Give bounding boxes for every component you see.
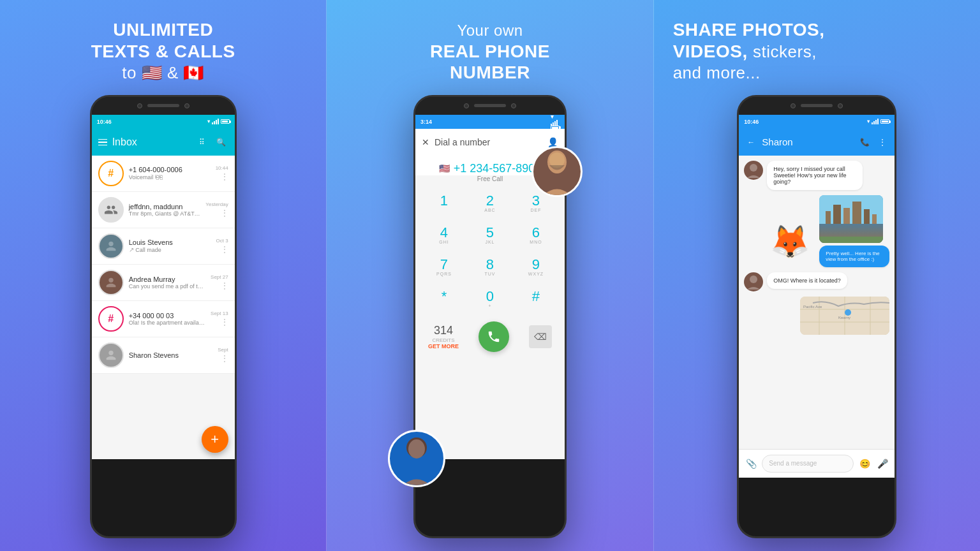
inbox-item-spanish[interactable]: # +34 000 00 03 Ola! Is the apartment av… <box>92 301 235 337</box>
key-0[interactable]: 0+ <box>468 284 512 315</box>
more-icon-3[interactable]: ⋮ <box>221 245 228 254</box>
key-5[interactable]: 5JKL <box>468 221 512 251</box>
camera-icon <box>137 103 142 108</box>
panel-2: Your own REAL PHONE NUMBER 3:14 ▾ <box>326 0 653 551</box>
photo-message-col: Pretty well... Here is the view from the… <box>819 195 889 267</box>
msg-bubble-sent-1: Pretty well... Here is the view from the… <box>819 246 889 267</box>
battery-icon-2 <box>551 126 560 130</box>
dialer-time: 3:14 <box>420 119 432 125</box>
grid-icon[interactable]: ⠿ <box>195 135 209 149</box>
svg-rect-13 <box>864 209 870 224</box>
phone-1: 10:46 ▾ Inbox ⠿ 🔍 <box>87 95 240 538</box>
avatar-louis <box>98 233 124 259</box>
msg-avatar-1 <box>744 161 763 180</box>
inbox-list: # +1 604-000-0006 Voicemail ⎗⎗ 10:44 ⋮ <box>92 156 235 374</box>
inbox-content-sharon: Sharon Stevens <box>129 351 213 359</box>
inbox-item-andrea[interactable]: Andrea Murray Can you send me a pdf of t… <box>92 265 235 301</box>
key-4[interactable]: 4GHI <box>422 221 466 251</box>
key-7[interactable]: 7PQRS <box>422 253 466 283</box>
key-2[interactable]: 2ABC <box>468 189 512 219</box>
mic-icon[interactable]: 🎤 <box>875 457 889 471</box>
inbox-content-group: jeffdnn, maddunn Tmr 8pm, Giants @ AT&T … <box>129 203 201 217</box>
inbox-name-spanish: +34 000 00 03 <box>129 312 205 320</box>
svg-rect-10 <box>833 205 841 224</box>
menu-icon[interactable] <box>98 139 107 146</box>
inbox-meta-group: Yesterday ⋮ <box>205 202 228 217</box>
msg-received-1: Hey, sorry I missed your call Sweetie! H… <box>744 161 889 190</box>
phone-3: 10:46 ▾ ← Sharon 📞 ⋮ <box>734 95 900 538</box>
key-9[interactable]: 9WXYZ <box>514 253 558 283</box>
inbox-content-spanish: +34 000 00 03 Ola! Is the apartment avai… <box>129 312 205 326</box>
attachment-icon[interactable]: 📎 <box>744 457 758 471</box>
message-input[interactable]: Send a message <box>762 455 854 473</box>
inbox-preview-group: Tmr 8pm, Giants @ AT&T Park, who's in? 🔒 <box>129 210 201 217</box>
compose-fab[interactable]: + <box>202 426 228 453</box>
credits-section: 314 CREDITS GET MORE <box>428 324 459 349</box>
svg-text:Pacific Ave: Pacific Ave <box>803 305 822 309</box>
inbox-item-louis[interactable]: Louis Stevens ↗ Call made Oct 3 ⋮ <box>92 228 235 265</box>
map-message: Pacific Ave Kearny <box>800 297 889 335</box>
inbox-name-voicemail: +1 604-000-0006 <box>129 166 211 173</box>
inbox-item-group[interactable]: jeffdnn, maddunn Tmr 8pm, Giants @ AT&T … <box>92 192 235 228</box>
close-icon[interactable]: ✕ <box>422 137 429 147</box>
floating-person-photo <box>531 146 583 197</box>
search-icon[interactable]: 🔍 <box>214 135 228 149</box>
svg-point-0 <box>108 241 113 246</box>
message-placeholder: Send a message <box>769 460 817 467</box>
delete-button[interactable]: ⌫ <box>529 325 552 348</box>
key-hash[interactable]: # <box>514 284 558 315</box>
msg-text-2: OMG! Where is it located? <box>773 277 841 284</box>
inbox-preview-spanish: Ola! Is the apartment available for Than… <box>129 320 205 326</box>
more-icon[interactable]: ⋮ <box>221 172 228 181</box>
dialer-keypad: 1 2ABC 3DEF 4GHI 5JKL 6MNO 7PQRS 8TUV 9W… <box>415 189 565 315</box>
back-icon[interactable]: ← <box>744 135 758 149</box>
call-button[interactable] <box>479 321 509 352</box>
phone-top-3 <box>739 97 895 115</box>
avatar-sharon <box>98 342 124 368</box>
signal-icon <box>212 119 219 124</box>
flag-icon: 🇺🇸 <box>439 163 450 173</box>
svg-rect-15 <box>819 237 883 243</box>
inbox-item-sharon[interactable]: Sharon Stevens Sept ⋮ <box>92 337 235 374</box>
more-icon-5[interactable]: ⋮ <box>221 318 228 327</box>
msg-bubble-1: Hey, sorry I missed your call Sweetie! H… <box>767 161 863 190</box>
phone-top-2 <box>415 97 565 115</box>
inbox-preview-andrea: Can you send me a pdf of the business pl… <box>129 283 205 290</box>
chat-input-bar: 📎 Send a message 😊 🎤 <box>739 449 895 478</box>
speaker-2 <box>474 104 506 107</box>
key-6[interactable]: 6MNO <box>514 221 558 251</box>
inbox-content-voicemail: +1 604-000-0006 Voicemail ⎗⎗ <box>129 166 211 180</box>
svg-rect-14 <box>872 214 877 224</box>
inbox-preview-voicemail: Voicemail ⎗⎗ <box>129 173 211 180</box>
msg-avatar-2 <box>744 272 763 291</box>
panel-1: UNLIMITED TEXTS & CALLS to 🇺🇸 & 🇨🇦 10:46… <box>0 0 326 551</box>
speaker <box>147 104 179 107</box>
panel-3: SHARE PHOTOS, VIDEOS, stickers, and more… <box>654 0 980 551</box>
inbox-name-group: jeffdnn, maddunn <box>129 203 201 210</box>
battery-icon <box>221 119 230 124</box>
emoji-icon[interactable]: 😊 <box>858 457 872 471</box>
dialed-number: +1 234-567-8900 <box>454 162 542 175</box>
sent-col-1: 🦊 <box>764 195 889 267</box>
phone-top-1 <box>92 97 235 115</box>
city-photo <box>819 195 883 243</box>
more-icon-chat[interactable]: ⋮ <box>875 135 889 149</box>
inbox-title: Inbox <box>112 136 190 148</box>
msg-text-sent-1: Pretty well... Here is the view from the… <box>826 251 879 262</box>
more-icon-4[interactable]: ⋮ <box>221 281 228 290</box>
inbox-item-voicemail[interactable]: # +1 604-000-0006 Voicemail ⎗⎗ 10:44 ⋮ <box>92 156 235 192</box>
key-star[interactable]: * <box>422 284 466 315</box>
key-8[interactable]: 8TUV <box>468 253 512 283</box>
svg-point-2 <box>108 350 113 355</box>
more-icon-6[interactable]: ⋮ <box>221 354 228 363</box>
phone-icon[interactable]: 📞 <box>858 135 872 149</box>
avatar-hash2: # <box>98 306 124 332</box>
get-more-label[interactable]: GET MORE <box>428 343 459 349</box>
wifi-icon-3: ▾ <box>867 119 870 124</box>
msg-sent-2: Pacific Ave Kearny <box>744 297 889 335</box>
inbox-app-bar: Inbox ⠿ 🔍 <box>92 129 235 156</box>
more-icon-2[interactable]: ⋮ <box>221 209 228 217</box>
credits-label: CREDITS <box>428 337 459 343</box>
key-1[interactable]: 1 <box>422 189 466 219</box>
msg-received-2: OMG! Where is it located? <box>744 272 889 291</box>
